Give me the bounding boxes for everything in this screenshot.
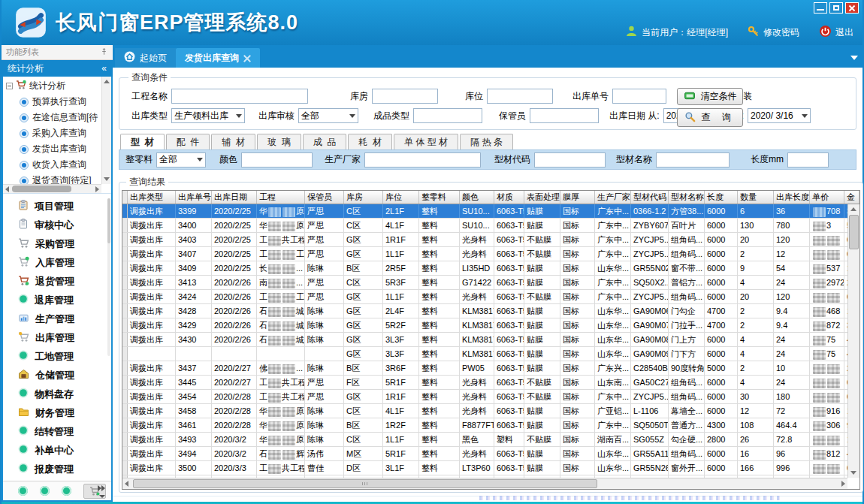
scroll-left-icon[interactable] [5, 186, 9, 192]
column-header-库房[interactable]: 库房 [344, 191, 383, 204]
tree-item[interactable]: 预算执行查询 [5, 94, 101, 110]
profile-code-input[interactable] [534, 152, 606, 167]
tree-expander-icon[interactable] [6, 83, 13, 89]
outbound-type-select[interactable]: 生产领料出库 [171, 108, 245, 123]
sidebar-item-dot-报废管理[interactable]: 报废管理 [3, 460, 111, 478]
column-header-表面处理[interactable]: 表面处理 [524, 191, 560, 204]
scroll-right-icon[interactable] [841, 481, 845, 487]
sidebar-item-dot-补单中心[interactable]: 补单中心 [3, 441, 111, 460]
keeper-input[interactable] [530, 108, 599, 123]
column-header-长度[interactable]: 长度 [705, 191, 738, 204]
tab-overflow-chevron-icon[interactable] [850, 56, 858, 60]
column-header-出库日期[interactable]: 出库日期 [212, 191, 257, 204]
table-row[interactable]: 调拨出库35002020/3/3工共工程曹佳D区3L1F整料LT3P606063… [122, 461, 847, 475]
column-header-整零料[interactable]: 整零料 [419, 191, 460, 204]
material-tab-成品[interactable]: 成 品 [303, 134, 347, 149]
tree-item[interactable]: 采购入库查询 [5, 125, 101, 141]
sidebar-item-dot-结转管理[interactable]: 结转管理 [3, 422, 111, 441]
table-row[interactable]: 调拨出库34072020/2/25工工程严思G区1L1F整料光身料6063-T5… [122, 247, 847, 261]
table-row[interactable]: 调拨出库34372020/2/27佛...陈琳B区3R6F整料PW056063-… [122, 361, 847, 376]
table-row[interactable]: G区3L3F整料KLM38176063-T5贴膜国标山东华...GA90M09.… [122, 347, 847, 361]
tree-item[interactable]: 收货入库查询 [5, 157, 101, 173]
scroll-down-icon[interactable] [850, 471, 856, 475]
logout-button[interactable]: 退出 [819, 25, 853, 40]
sidebar-item-cart-in-入库管理[interactable]: 入库管理 [3, 253, 111, 272]
table-row[interactable]: 调拨出库33992020/2/25华原...严思C区2L1F整料SU10...6… [122, 204, 847, 219]
tab-home[interactable]: 起始页 [115, 48, 176, 68]
minimize-button[interactable] [814, 2, 827, 14]
collapse-icon[interactable]: « [101, 63, 107, 74]
location-input[interactable] [487, 89, 553, 104]
tree-vertical-scrollbar[interactable] [101, 77, 111, 184]
scroll-right-icon[interactable] [95, 186, 99, 192]
whole-part-select[interactable]: 全部 [156, 152, 206, 167]
tree-item[interactable]: 发货出库查询 [5, 141, 101, 157]
column-header-出库单号[interactable]: 出库单号 [176, 191, 212, 204]
clear-conditions-button[interactable]: 清空条件 [677, 88, 743, 105]
more-options-chevron-icon[interactable] [98, 484, 107, 498]
table-row[interactable]: 调拨出库34452020/2/27工共工程严思F区5R1F整料光身料6063-T… [122, 376, 847, 390]
date-to-picker[interactable]: 2020/ 3/16 [748, 108, 811, 123]
table-row[interactable]: 调拨出库34302020/2/26石城陈琳G区3L3F整料KLM38176063… [122, 333, 847, 347]
table-row[interactable]: 调拨出库34582020/2/28华原...陈琳C区4L1F整料光身料6063-… [122, 404, 847, 418]
table-row[interactable]: 调拨出库34542020/2/28工共工程严思G区1R1F整料光身料6063-T… [122, 390, 847, 404]
tree-horizontal-scrollbar[interactable] [3, 184, 101, 193]
menu-scroll-thumb[interactable] [107, 198, 110, 243]
table-row[interactable]: 调拨出库34282020/2/26石城陈琳G区2L4F整料KLM38176063… [122, 304, 847, 318]
material-tab-耗材[interactable]: 耗 材 [348, 134, 392, 149]
grid-vscroll-thumb[interactable] [849, 215, 859, 249]
material-tab-辅材[interactable]: 辅 材 [211, 134, 255, 149]
change-password-button[interactable]: 修改密码 [748, 26, 799, 40]
column-header-数量[interactable]: 数量 [738, 191, 774, 204]
sidebar-item-cart-采购管理[interactable]: 采购管理 [3, 234, 111, 253]
stats-group-header[interactable]: 统计分析 « [2, 60, 113, 77]
tree-item[interactable]: 在途信息查询[待 [5, 110, 101, 125]
product-type-input[interactable] [413, 108, 482, 123]
warehouse-input[interactable] [372, 89, 438, 104]
grid-horizontal-scrollbar[interactable] [122, 478, 847, 489]
menu-scrollbar[interactable] [107, 198, 110, 356]
sidebar-item-cart-out-出库管理[interactable]: 出库管理 [3, 328, 111, 347]
table-row[interactable]: 调拨出库34242020/2/26工工程严思G区1L1F整料光身料6063-T5… [122, 290, 847, 304]
scroll-left-icon[interactable] [125, 481, 128, 487]
column-header-库位[interactable]: 库位 [383, 191, 419, 204]
pin-icon[interactable] [100, 47, 108, 57]
table-row[interactable]: 调拨出库34132020/2/26南...严思C区5R3F整料G71422606… [122, 276, 847, 290]
tree-root-stats[interactable]: 统计分析 [5, 78, 101, 94]
column-header-单价[interactable]: 单价 [810, 191, 844, 204]
length-input[interactable] [787, 152, 829, 167]
sidebar-item-dot-物料盘存[interactable]: 物料盘存 [3, 385, 111, 403]
column-header-保管员[interactable]: 保管员 [305, 191, 344, 204]
material-tab-隔热条[interactable]: 隔 热 条 [460, 134, 513, 149]
project-name-input[interactable] [171, 89, 308, 104]
green-dot-icon[interactable] [40, 486, 50, 496]
grid-vertical-scrollbar[interactable] [847, 204, 859, 478]
table-row[interactable]: 调拨出库34292020/2/26石城陈琳G区5R2F整料KLM38176063… [122, 318, 847, 333]
material-tab-配件[interactable]: 配 件 [166, 134, 210, 149]
close-button[interactable] [845, 2, 859, 14]
material-tab-玻璃[interactable]: 玻 璃 [257, 134, 301, 149]
tree-item[interactable]: 退货查询[待定] [5, 173, 101, 184]
column-header-材质[interactable]: 材质 [494, 191, 524, 204]
table-row[interactable]: 调拨出库34092020/2/25长...陈琳B区2R5F整料LI35HD606… [122, 261, 847, 276]
search-button[interactable]: 查 询 [677, 108, 743, 127]
table-row[interactable]: 调拨出库34002020/2/25华原...严思C区4L1F整料SU10...6… [122, 219, 847, 233]
column-header-膜厚[interactable]: 膜厚 [560, 191, 595, 204]
column-header-工程[interactable]: 工程 [257, 191, 305, 204]
column-header-出库长度[interactable]: 出库长度 [774, 191, 810, 204]
sidebar-item-dot-退库管理[interactable]: 退库管理 [3, 291, 111, 309]
scroll-up-icon[interactable] [104, 80, 110, 83]
sidebar-item-chart-生产管理[interactable]: 生产管理 [3, 309, 111, 328]
color-input[interactable] [241, 152, 313, 167]
table-row[interactable]: 调拨出库34612020/2/28华原...陈琳B区1R2F整料F8877FT6… [122, 418, 847, 433]
material-tab-型材[interactable]: 型 材 [120, 134, 165, 149]
manufacturer-input[interactable] [364, 152, 481, 167]
sidebar-item-dot-工地管理[interactable]: 工地管理 [3, 347, 111, 366]
green-dot-icon[interactable] [62, 486, 71, 496]
maximize-button[interactable] [829, 2, 843, 14]
sidebar-item-folder-财务管理[interactable]: 财务管理 [3, 403, 111, 422]
sidebar-item-cart-return-退货管理[interactable]: 退货管理 [3, 272, 111, 291]
material-tab-单体型材[interactable]: 单 体 型 材 [394, 134, 458, 149]
tree-hscroll-thumb[interactable] [12, 186, 71, 192]
column-header-型材代码[interactable]: 型材代码 [631, 191, 669, 204]
